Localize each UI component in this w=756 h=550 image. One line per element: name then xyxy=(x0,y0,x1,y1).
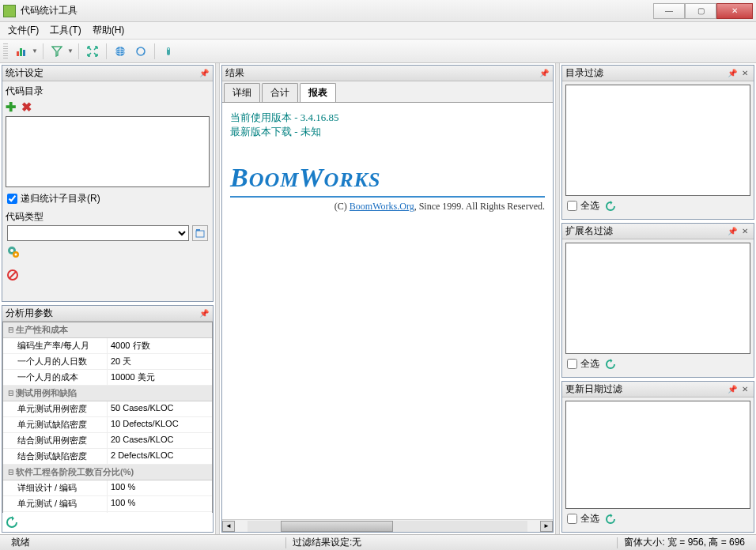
menu-help[interactable]: 帮助(H) xyxy=(88,22,130,39)
pin-icon[interactable]: 📌 xyxy=(727,384,738,395)
menu-file[interactable]: 文件(F) xyxy=(3,22,43,39)
tab-total[interactable]: 合计 xyxy=(262,83,298,102)
property-grid[interactable]: ⊟生产性和成本 编码生产率/每人月4000 行数 一个人月的人日数20 天 一个… xyxy=(2,322,213,513)
date-filter-title: 更新日期过滤 xyxy=(565,382,622,396)
date-select-all-checkbox[interactable] xyxy=(567,514,577,524)
date-filter-panel: 更新日期过滤 📌 ✕ 全选 xyxy=(561,381,754,533)
window-title: 代码统计工具 xyxy=(21,4,653,17)
maximize-button[interactable]: ▢ xyxy=(685,3,716,19)
results-panel-title: 结果 xyxy=(225,66,244,80)
scroll-thumb[interactable] xyxy=(281,521,393,532)
gear-icon[interactable] xyxy=(7,246,208,258)
globe-icon[interactable] xyxy=(112,43,129,60)
forbidden-icon[interactable] xyxy=(7,269,208,281)
category-row[interactable]: ⊟生产性和成本 xyxy=(3,322,212,338)
status-ready: 就绪 xyxy=(5,536,36,549)
svg-point-5 xyxy=(137,47,145,55)
minimize-button[interactable]: — xyxy=(653,3,685,19)
dir-list[interactable] xyxy=(6,116,210,187)
browse-type-button[interactable] xyxy=(192,225,208,241)
add-dir-button[interactable]: ✚ xyxy=(6,100,16,114)
logo-text: BOOMWORKS xyxy=(230,163,545,193)
dir-select-all-checkbox[interactable] xyxy=(567,201,577,211)
svg-rect-1 xyxy=(20,48,22,56)
svg-rect-2 xyxy=(23,50,25,56)
refresh-icon[interactable] xyxy=(605,514,616,525)
result-tabs: 详细 合计 报表 xyxy=(222,81,553,103)
report-content: 当前使用版本 - 3.4.16.85 最新版本下载 - 未知 BOOMWORKS… xyxy=(222,103,553,532)
status-size: 窗体大小: 宽 = 956, 高 = 696 xyxy=(618,536,751,549)
analysis-panel: 分析用参数 📌 ⊟生产性和成本 编码生产率/每人月4000 行数 一个人月的人日… xyxy=(2,305,214,533)
info-icon[interactable] xyxy=(160,43,177,60)
chart-icon[interactable] xyxy=(13,43,30,60)
ext-select-all-checkbox[interactable] xyxy=(567,359,577,369)
svg-rect-9 xyxy=(196,229,200,231)
property-row: 单元测试缺陷密度10 Defects/KLOC xyxy=(3,417,212,433)
refresh-icon[interactable] xyxy=(605,201,616,212)
code-type-select[interactable] xyxy=(7,225,189,241)
tab-report[interactable]: 报表 xyxy=(300,83,336,102)
close-panel-icon[interactable]: ✕ xyxy=(739,68,750,79)
property-row: 详细设计 / 编码100 % xyxy=(3,480,212,496)
property-row: 单元测试用例密度50 Cases/KLOC xyxy=(3,401,212,417)
pin-icon[interactable]: 📌 xyxy=(198,68,210,79)
dropdown-icon[interactable]: ▼ xyxy=(32,47,38,55)
scroll-left-icon[interactable]: ◄ xyxy=(222,521,235,532)
svg-point-11 xyxy=(10,249,13,252)
current-version: 当前使用版本 - 3.4.16.85 xyxy=(230,111,545,125)
ext-filter-panel: 扩展名过滤 📌 ✕ 全选 xyxy=(561,223,754,378)
property-row: 一个人月的人日数20 天 xyxy=(3,354,212,370)
copyright-line: (C) BoomWorks.Org, Since 1999. All Right… xyxy=(230,201,545,213)
category-row[interactable]: ⊟测试用例和缺陷 xyxy=(3,386,212,401)
analysis-panel-title: 分析用参数 xyxy=(6,307,53,320)
copyright-link[interactable]: BoomWorks.Org xyxy=(350,201,414,212)
scroll-right-icon[interactable]: ► xyxy=(540,521,553,532)
toolbar-grip xyxy=(3,43,8,59)
settings-panel: 统计设定 📌 代码目录 ✚ ✖ 递归统计子目录(R) 代码类型 xyxy=(2,65,214,302)
latest-version: 最新版本下载 - 未知 xyxy=(230,125,545,139)
tab-detail[interactable]: 详细 xyxy=(224,83,260,102)
filter-icon[interactable] xyxy=(48,43,66,60)
refresh-icon[interactable] xyxy=(6,516,210,529)
property-row: 结合测试用例密度20 Cases/KLOC xyxy=(3,433,212,449)
recurse-label: 递归统计子目录(R) xyxy=(21,192,100,205)
dir-label: 代码目录 xyxy=(6,85,210,98)
dir-filter-list[interactable] xyxy=(565,85,750,196)
property-row: 结合测试缺陷密度2 Defects/KLOC xyxy=(3,449,212,465)
status-bar: 就绪 过滤结果设定:无 窗体大小: 宽 = 956, 高 = 696 xyxy=(0,534,756,550)
pin-icon[interactable]: 📌 xyxy=(727,68,738,79)
dir-filter-panel: 目录过滤 📌 ✕ 全选 xyxy=(561,65,754,220)
ext-filter-list[interactable] xyxy=(565,243,750,354)
menu-bar: 文件(F) 工具(T) 帮助(H) xyxy=(0,22,756,40)
ext-filter-title: 扩展名过滤 xyxy=(565,224,613,238)
remove-dir-button[interactable]: ✖ xyxy=(21,100,32,114)
svg-line-15 xyxy=(9,272,16,278)
category-row[interactable]: ⊟软件工程各阶段工数百分比(%) xyxy=(3,465,212,480)
svg-point-13 xyxy=(15,254,17,256)
app-icon xyxy=(3,5,16,17)
close-panel-icon[interactable]: ✕ xyxy=(739,384,750,395)
pin-icon[interactable]: 📌 xyxy=(539,68,550,79)
close-button[interactable]: ✕ xyxy=(716,3,753,19)
svg-rect-0 xyxy=(17,51,19,56)
select-all-label: 全选 xyxy=(580,357,599,371)
close-panel-icon[interactable]: ✕ xyxy=(739,226,750,237)
date-filter-list[interactable] xyxy=(565,401,750,509)
horizontal-scrollbar[interactable]: ◄ ► xyxy=(222,519,553,532)
select-all-label: 全选 xyxy=(580,512,599,526)
toolbar: ▼ ▼ xyxy=(0,40,756,63)
menu-tools[interactable]: 工具(T) xyxy=(45,22,85,39)
pin-icon[interactable]: 📌 xyxy=(727,226,738,237)
svg-rect-8 xyxy=(196,231,204,237)
recurse-checkbox[interactable] xyxy=(7,194,17,204)
type-label: 代码类型 xyxy=(6,210,210,224)
select-all-label: 全选 xyxy=(580,199,599,213)
refresh-globe-icon[interactable] xyxy=(132,43,149,60)
dropdown-icon[interactable]: ▼ xyxy=(67,47,74,55)
pin-icon[interactable]: 📌 xyxy=(198,308,210,319)
settings-panel-title: 统计设定 xyxy=(6,66,43,80)
recurse-checkbox-row[interactable]: 递归统计子目录(R) xyxy=(7,192,208,205)
expand-icon[interactable] xyxy=(84,43,101,60)
refresh-icon[interactable] xyxy=(605,359,616,370)
property-row: 编码生产率/每人月4000 行数 xyxy=(3,338,212,354)
